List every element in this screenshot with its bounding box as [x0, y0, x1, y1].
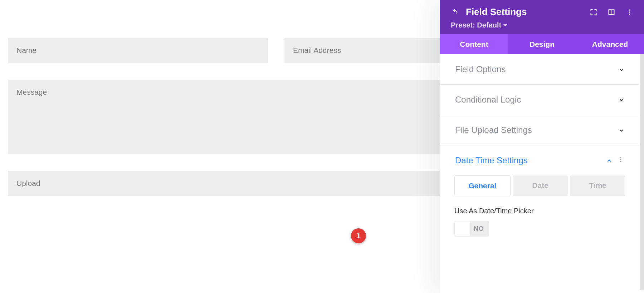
chevron-down-icon — [618, 66, 624, 72]
settings-panel: Field Settings Preset: Default Content D… — [440, 0, 644, 293]
more-vertical-icon[interactable] — [618, 157, 624, 164]
svg-point-5 — [620, 157, 621, 158]
section-conditional-logic[interactable]: Conditional Logic — [440, 85, 640, 115]
section-label: Date Time Settings — [455, 155, 528, 165]
toggle-value: NO — [472, 225, 488, 233]
preset-label: Preset: Default — [451, 21, 501, 29]
subtab-time[interactable]: Time — [570, 175, 625, 196]
section-field-options[interactable]: Field Options — [440, 54, 640, 85]
option-use-as-datetime: Use As Date/Time Picker NO — [440, 196, 640, 237]
subtab-date[interactable]: Date — [513, 175, 568, 196]
chevron-down-icon — [618, 127, 624, 133]
panel-header: Field Settings Preset: Default — [440, 0, 644, 34]
section-label: File Upload Settings — [455, 125, 532, 135]
datetime-toggle[interactable]: NO — [454, 221, 489, 237]
section-date-time[interactable]: Date Time Settings — [440, 145, 640, 175]
caret-down-icon — [503, 24, 507, 26]
panel-sections: Field Options Conditional Logic File Upl… — [440, 54, 644, 290]
svg-point-2 — [629, 9, 630, 10]
preset-dropdown[interactable]: Preset: Default — [451, 21, 507, 29]
section-label: Conditional Logic — [455, 95, 521, 105]
subtab-general[interactable]: General — [454, 175, 511, 196]
chevron-down-icon — [618, 97, 624, 103]
chevron-up-icon — [606, 158, 612, 163]
panel-tabs: Content Design Advanced — [440, 34, 644, 54]
option-label: Use As Date/Time Picker — [454, 207, 625, 215]
section-label: Field Options — [455, 64, 506, 74]
tab-content[interactable]: Content — [440, 34, 508, 54]
datetime-subtabs: General Date Time — [440, 175, 640, 196]
more-vertical-icon[interactable] — [625, 8, 633, 16]
undo-icon[interactable] — [451, 8, 459, 16]
section-file-upload[interactable]: File Upload Settings — [440, 115, 640, 145]
svg-point-3 — [629, 11, 630, 13]
tab-advanced[interactable]: Advanced — [576, 34, 644, 54]
name-field[interactable]: Name — [8, 38, 268, 63]
panel-title: Field Settings — [466, 6, 527, 18]
tab-design[interactable]: Design — [508, 34, 576, 54]
panel-toggle-icon[interactable] — [608, 8, 615, 16]
svg-point-7 — [620, 161, 621, 162]
toggle-knob — [455, 222, 470, 236]
svg-point-6 — [620, 159, 621, 160]
svg-point-4 — [629, 14, 630, 15]
expand-icon[interactable] — [590, 8, 597, 16]
annotation-badge-1: 1 — [351, 228, 366, 243]
